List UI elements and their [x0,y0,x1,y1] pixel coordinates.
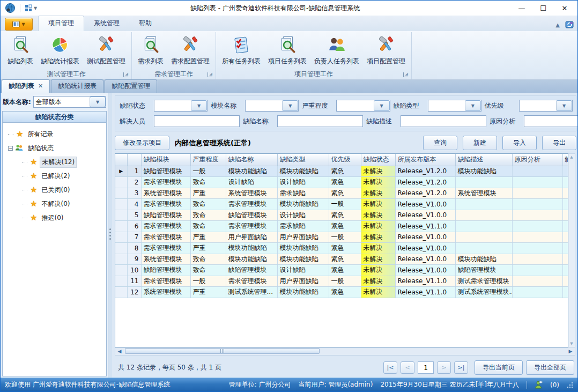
export-all-pages-button[interactable]: 导出全部页 [526,360,574,375]
style-switch-icon[interactable] [565,20,574,29]
col-header-desc[interactable]: 缺陷描述 [455,154,512,166]
doc-tab-defect-report[interactable]: 缺陷统计报表 [51,79,103,93]
col-header-release[interactable]: 所属发布版本 [395,154,455,166]
dialog-launcher-icon[interactable]: ◢ [403,72,408,77]
next-page-button[interactable]: > [437,361,451,374]
col-header-name[interactable]: 缺陷名称 [226,154,277,166]
document-tab-strip: 缺陷列表 ✕ 缺陷统计报表 缺陷配置管理 [1,80,577,93]
collapse-node-icon[interactable]: − [8,146,13,151]
table-row[interactable]: 10缺陷管理模块致命缺陷管理模块设计缺陷紧急未解决Release_V1.0.0缺… [115,265,568,276]
dialog-launcher-icon[interactable]: ◢ [208,72,212,77]
resolver-input[interactable] [154,115,240,127]
col-header-solution[interactable]: 解决方法 [562,154,568,166]
tree-item-postponed[interactable]: ★ 推迟(0) [22,211,104,225]
col-header-type[interactable]: 缺陷类型 [277,154,329,166]
table-row[interactable]: 5缺陷管理模块致命缺陷管理模块设计缺陷紧急未解决Release_V1.0.0 [115,210,568,221]
first-page-button[interactable]: |< [383,361,397,374]
export-button[interactable]: 导出 [542,136,576,150]
project-tasks-button[interactable]: 项目任务列表 [264,34,310,68]
export-current-page-button[interactable]: 导出当前页 [475,360,523,375]
chevron-down-icon: ▼ [90,97,106,107]
priority-select[interactable]: ▼ [519,100,573,112]
owner-tasks-button[interactable]: 负责人任务列表 [310,34,363,68]
test-config-button[interactable]: 测试配置管理 [83,34,129,68]
requirement-config-button[interactable]: 需求配置管理 [167,34,213,68]
resize-grip[interactable] [567,382,573,388]
table-row[interactable]: 2需求管理模块致命设计缺陷设计缺陷紧急未解决Release_V1.2.0 [115,177,568,188]
col-header-indicator[interactable] [115,154,127,166]
close-tab-icon[interactable]: ✕ [38,83,43,90]
dialog-launcher-icon[interactable]: ◢ [123,72,128,77]
project-config-button[interactable]: 项目配置管理 [363,34,409,68]
tree-item-defect-status[interactable]: − 缺陷状态 [8,141,104,155]
defect-name-input[interactable] [277,115,363,127]
doc-tab-defect-config[interactable]: 缺陷配置管理 [105,79,157,93]
tree-item-unresolved[interactable]: ★ 未解决(12) [22,155,104,169]
doc-search-icon [278,35,297,55]
online-user-icon[interactable] [535,381,543,389]
defect-list-button[interactable]: 缺陷列表 [4,34,37,68]
table-row[interactable]: 9系统管理模块致命模块功能缺陷模块功能缺陷紧急未解决Release_V1.0.0… [115,254,568,265]
defect-report-button[interactable]: 缺陷统计报表 [37,34,83,68]
cell-type: 用户界面缺陷 [277,232,329,243]
col-header-priority[interactable]: 优先级 [329,154,361,166]
row-number: 2 [127,177,141,188]
cell-solve [562,276,568,287]
col-header-rownum[interactable] [127,154,141,166]
requirement-list-button[interactable]: 需求列表 [134,34,167,68]
tree-item-closed[interactable]: ★ 已关闭(0) [22,183,104,197]
version-select[interactable]: 全部版本 ▼ [33,96,106,108]
quick-access-toolbar-button[interactable]: ▼ [23,3,39,13]
tree-item-wont-fix[interactable]: ★ 不解决(0) [22,197,104,211]
import-button[interactable]: 导入 [502,136,537,150]
cause-analysis-input[interactable] [524,115,578,127]
tree-item-all-records[interactable]: ★ 所有记录 [8,127,104,141]
horizontal-scrollbar[interactable]: ◀ ▶ [115,347,575,356]
table-row[interactable]: 4需求管理模块致命需求管理模块模块功能缺陷一般未解决Release_V1.0.0 [115,199,568,210]
doc-tab-defect-list[interactable]: 缺陷列表 ✕ [2,79,50,93]
prev-page-button[interactable]: < [401,361,414,374]
modify-columns-button[interactable]: 修改显示项目 [115,136,169,150]
last-page-button[interactable]: >| [454,361,468,374]
maximize-button[interactable]: ☐ [532,2,554,14]
ribbon-tab-project[interactable]: 项目管理 [38,16,84,31]
module-name-select[interactable]: ▼ [245,100,299,112]
table-row[interactable]: ▶1缺陷管理模块一般模块功能缺陷模块功能缺陷紧急未解决Release_V1.2.… [115,166,568,177]
scroll-left-icon[interactable]: ◀ [115,347,124,355]
table-row[interactable]: 11需求管理模块一般需求管理模块用户界面缺陷一般未解决Release_V1.1.… [115,276,568,287]
table-row[interactable]: 12系统管理模块严重测试系统管理...模块功能缺陷紧急未解决Release_V1… [115,287,568,298]
new-button[interactable]: 新建 [463,136,497,150]
cell-name: 缺陷管理模块 [226,210,277,221]
col-header-analysis[interactable]: 原因分析 [512,154,562,166]
vertical-scrollbar[interactable]: ▲ ▼ [568,153,575,347]
defect-desc-input[interactable] [401,115,486,127]
table-row[interactable]: 7需求管理模块严重用户界面缺陷用户界面缺陷一般未解决Release_V1.0.0 [115,232,568,243]
scrollbar-thumb[interactable] [125,348,320,354]
row-indicator [115,254,127,265]
ribbon-tab-system[interactable]: 系统管理 [84,16,129,31]
cell-desc: 缺陷管理模块 [455,265,512,276]
severity-select[interactable]: ▼ [336,100,390,112]
col-header-severity[interactable]: 严重程度 [190,154,226,166]
minimize-button[interactable]: — [511,2,532,14]
close-button[interactable]: ✕ [554,2,575,14]
defect-type-select[interactable]: ▼ [428,100,481,112]
col-header-status[interactable]: 缺陷状态 [361,154,395,166]
panel-splitter[interactable] [108,93,112,378]
tree-item-resolved[interactable]: ★ 已解决(2) [22,169,104,183]
page-number-input[interactable] [418,361,434,374]
collapse-ribbon-icon[interactable]: ▲ [555,22,560,28]
app-window: ▼ 缺陷列表 - 广州爱奇迪软件科技有限公司-缺陷信息管理系统 — ☐ ✕ ▼ … [0,0,578,392]
all-tasks-button[interactable]: 所有任务列表 [218,34,264,68]
table-row[interactable]: 8需求管理模块严重模块功能缺陷模块功能缺陷紧急未解决Release_V1.0.0 [115,243,568,254]
query-button[interactable]: 查询 [423,136,457,150]
application-menu-button[interactable]: ▼ [5,18,33,31]
defect-status-select[interactable]: ▼ [154,100,208,112]
ribbon-tab-help[interactable]: 帮助 [129,16,161,31]
row-number: 9 [127,254,141,265]
table-row[interactable]: 6需求管理模块致命需求管理模块需求缺陷紧急未解决Release_V1.1.0 [115,221,568,232]
col-header-module[interactable]: 缺陷模块 [141,154,190,166]
table-row[interactable]: 3系统管理模块严重系统管理模块需求缺陷紧急未解决Release_V1.2.0系统… [115,188,568,199]
scroll-right-icon[interactable]: ▶ [566,347,575,355]
cell-priority: 紧急 [329,166,361,177]
